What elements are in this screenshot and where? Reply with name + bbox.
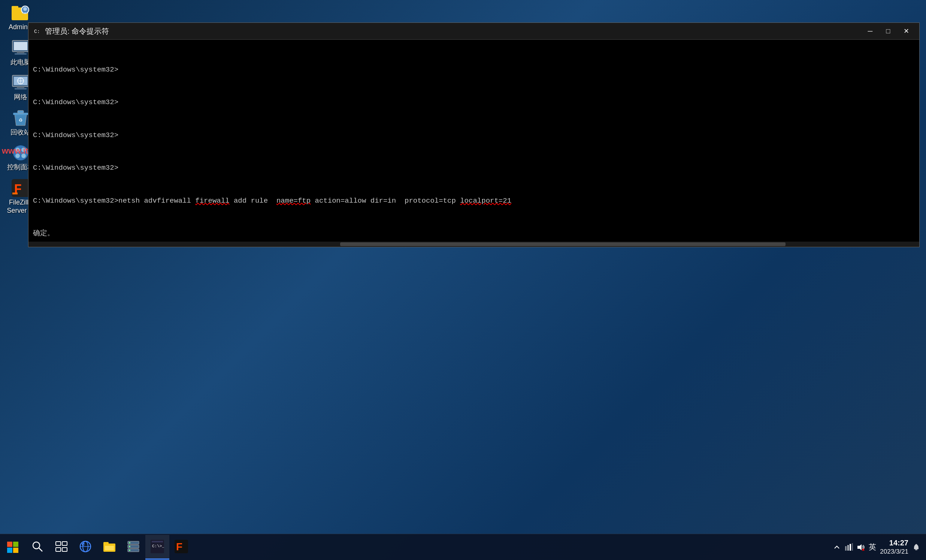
cmd-window: C: 管理员: 命令提示符 ─ □ ✕ C:\Windows\system32>… — [28, 23, 920, 247]
svg-point-3 — [23, 7, 27, 11]
clock-time: 14:27 — [880, 538, 908, 548]
svg-rect-34 — [56, 542, 61, 545]
cmd-line-5: C:\Windows\system32>netsh advfirewall fi… — [33, 195, 915, 206]
desktop: Adminis 此电脑 — [0, 0, 926, 560]
svg-text:C:: C: — [34, 29, 40, 35]
svg-rect-56 — [845, 546, 847, 551]
svg-rect-35 — [62, 542, 67, 545]
svg-text:C:\>_: C:\>_ — [152, 544, 164, 548]
taskbar-cmd[interactable]: C:\>_ — [145, 535, 169, 560]
svg-text:♻: ♻ — [19, 117, 23, 124]
svg-rect-31 — [13, 548, 18, 553]
svg-rect-1 — [12, 6, 18, 10]
cmd-title-text: 管理员: 命令提示符 — [45, 26, 862, 36]
desktop-icon-recycle-label: 回收站 — [11, 129, 31, 137]
taskbar: e C:\>_ — [0, 534, 926, 560]
system-tray: 英 14:27 2023/3/21 — [827, 538, 926, 556]
cmd-line-6: 确定。 — [33, 228, 915, 239]
taskbar-file-explorer[interactable] — [97, 535, 121, 560]
taskbar-task-view[interactable] — [50, 535, 73, 560]
tray-chevron[interactable] — [833, 543, 841, 551]
svg-rect-53 — [152, 541, 163, 542]
cmd-title-icon: C: — [33, 27, 41, 35]
cmd-scrollbar-thumb[interactable] — [340, 242, 785, 246]
svg-marker-60 — [858, 544, 862, 550]
svg-rect-28 — [7, 542, 12, 547]
taskbar-ie[interactable]: e — [73, 535, 97, 560]
svg-point-50 — [129, 549, 130, 551]
tray-lang[interactable]: 英 — [869, 542, 876, 552]
svg-rect-63 — [915, 549, 917, 550]
tray-volume-icon[interactable] — [857, 543, 865, 551]
cmd-controls: ─ □ ✕ — [862, 25, 915, 37]
svg-rect-16 — [18, 110, 24, 113]
svg-rect-7 — [15, 53, 27, 55]
svg-text:e: e — [82, 541, 85, 547]
clock-date: 2023/3/21 — [880, 548, 908, 556]
svg-line-33 — [39, 548, 42, 551]
desktop-icon-computer-label: 此电脑 — [11, 58, 31, 67]
tray-notification-icon[interactable] — [912, 543, 920, 551]
svg-text:F: F — [14, 182, 22, 197]
svg-rect-59 — [852, 543, 853, 551]
cmd-line-4: C:\Windows\system32> — [33, 162, 915, 173]
svg-point-49 — [129, 546, 130, 547]
cmd-maximize-button[interactable]: □ — [879, 25, 897, 37]
cmd-line-1: C:\Windows\system32> — [33, 64, 915, 75]
cmd-line-3: C:\Windows\system32> — [33, 130, 915, 141]
svg-point-48 — [129, 542, 130, 543]
svg-rect-43 — [103, 542, 109, 545]
svg-rect-14 — [15, 88, 27, 89]
clock[interactable]: 14:27 2023/3/21 — [880, 538, 908, 556]
cmd-content[interactable]: C:\Windows\system32> C:\Windows\system32… — [29, 40, 919, 247]
svg-rect-37 — [62, 548, 67, 551]
svg-rect-57 — [847, 545, 849, 551]
cmd-close-button[interactable]: ✕ — [897, 25, 915, 37]
cmd-titlebar: C: 管理员: 命令提示符 ─ □ ✕ — [29, 23, 919, 40]
svg-rect-30 — [7, 548, 12, 553]
taskbar-filezilla[interactable]: F — [169, 535, 193, 560]
cmd-minimize-button[interactable]: ─ — [862, 25, 879, 37]
svg-text:F: F — [176, 541, 182, 552]
svg-rect-58 — [850, 544, 851, 551]
cmd-line-2: C:\Windows\system32> — [33, 97, 915, 108]
taskbar-search[interactable] — [26, 535, 50, 560]
desktop-icon-network-label: 网络 — [14, 93, 27, 101]
cmd-scrollbar[interactable] — [29, 242, 919, 247]
start-button[interactable] — [0, 534, 26, 560]
svg-rect-29 — [13, 542, 18, 547]
svg-point-32 — [33, 542, 40, 549]
tray-network-icon[interactable] — [845, 543, 853, 551]
svg-rect-44 — [105, 546, 114, 550]
svg-rect-36 — [56, 548, 61, 551]
svg-rect-25 — [12, 192, 18, 194]
svg-rect-5 — [14, 42, 27, 50]
taskbar-server-manager[interactable] — [121, 535, 145, 560]
